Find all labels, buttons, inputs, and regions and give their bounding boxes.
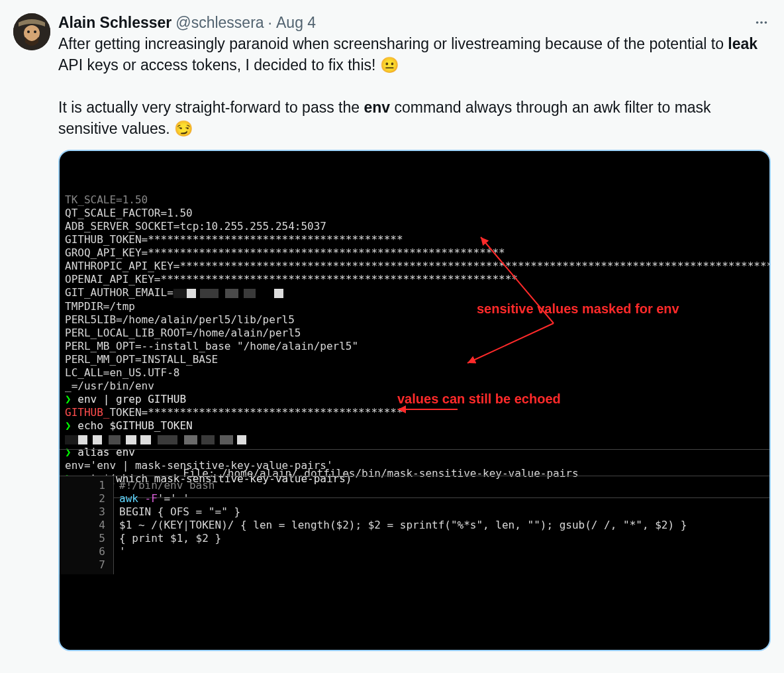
tweet-text: After getting increasingly paranoid when… bbox=[58, 33, 771, 139]
tweet-card: Alain Schlesser @schlessera · Aug 4 Afte… bbox=[13, 13, 771, 651]
header-row: Alain Schlesser @schlessera · Aug 4 bbox=[58, 13, 771, 32]
file-content: #!/bin/env bashawk -F'=' 'BEGIN { OFS = … bbox=[114, 476, 769, 574]
arrow-icon bbox=[331, 389, 461, 433]
file-block: 1234567 #!/bin/env bashawk -F'=' 'BEGIN … bbox=[60, 476, 769, 574]
line-number: 2 bbox=[60, 492, 105, 505]
text-bold: leak bbox=[728, 35, 758, 52]
line-number: 7 bbox=[60, 558, 105, 572]
redacted-block bbox=[173, 287, 283, 300]
svg-point-6 bbox=[765, 21, 767, 24]
tweet-media[interactable]: TK_SCALE=1.50QT_SCALE_FACTOR=1.50ADB_SER… bbox=[58, 150, 771, 651]
svg-point-2 bbox=[27, 30, 30, 33]
more-icon[interactable] bbox=[752, 13, 771, 32]
code-line: #!/bin/env bash bbox=[119, 479, 764, 492]
tweet-content: Alain Schlesser @schlessera · Aug 4 Afte… bbox=[58, 13, 771, 651]
svg-point-3 bbox=[34, 30, 36, 33]
terminal: TK_SCALE=1.50QT_SCALE_FACTOR=1.50ADB_SER… bbox=[60, 151, 769, 650]
line-number: 4 bbox=[60, 519, 105, 532]
tweet-date[interactable]: Aug 4 bbox=[276, 13, 316, 32]
code-line: $1 ~ /(KEY|TOKEN)/ { len = length($2); $… bbox=[119, 519, 764, 532]
terminal-line bbox=[65, 433, 764, 446]
line-number: 3 bbox=[60, 505, 105, 519]
arrow-icon bbox=[397, 217, 593, 393]
code-line: { print $1, $2 } bbox=[119, 532, 764, 545]
svg-point-4 bbox=[756, 21, 759, 24]
date-separator: · bbox=[268, 13, 272, 32]
terminal-line: TK_SCALE=1.50 bbox=[65, 193, 764, 207]
emoji: 😏 bbox=[174, 120, 193, 137]
svg-line-8 bbox=[467, 323, 554, 363]
emoji: 😐 bbox=[380, 56, 399, 74]
text-part: API keys or access tokens, I decided to … bbox=[58, 56, 380, 74]
author-handle[interactable]: @schlessera bbox=[175, 13, 264, 32]
text-part: After getting increasingly paranoid when… bbox=[58, 35, 728, 52]
line-number: 5 bbox=[60, 532, 105, 545]
code-line: BEGIN { OFS = "=" } bbox=[119, 505, 764, 519]
text-bold: env bbox=[364, 99, 390, 116]
line-number: 6 bbox=[60, 545, 105, 558]
redacted-block bbox=[65, 433, 246, 446]
author-name[interactable]: Alain Schlesser bbox=[58, 13, 172, 32]
svg-line-7 bbox=[481, 237, 554, 323]
line-gutter: 1234567 bbox=[60, 476, 114, 574]
code-line: ' bbox=[119, 545, 764, 558]
text-part: It is actually very straight-forward to … bbox=[58, 99, 364, 116]
svg-point-5 bbox=[760, 21, 763, 24]
line-number: 1 bbox=[60, 479, 105, 492]
author-line: Alain Schlesser @schlessera · Aug 4 bbox=[58, 13, 316, 32]
code-line: awk -F'=' ' bbox=[119, 492, 764, 505]
avatar[interactable] bbox=[13, 13, 50, 50]
